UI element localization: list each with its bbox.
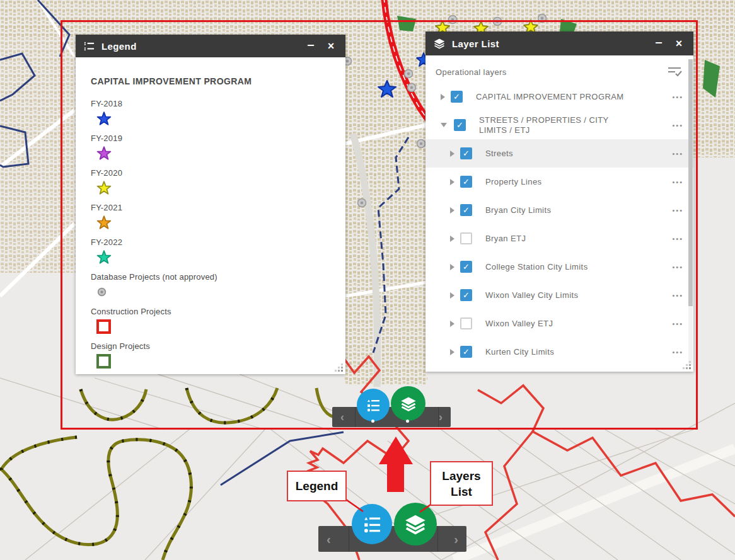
legend-widget-button[interactable] [352,504,392,544]
layer-visibility-checkbox[interactable] [460,317,472,329]
collapse-arrow-icon[interactable] [441,123,447,127]
layer-label: Wixon Valley City Limits [485,290,578,300]
legend-item: FY-2020 [91,168,333,197]
legend-item: Design Projects [91,341,333,370]
legend-item-symbol [91,248,333,266]
layer-row[interactable]: Wixon Valley ETJ••• [425,309,693,338]
layer-list-widget-button[interactable] [394,503,437,546]
dock-page-dot[interactable] [371,420,374,423]
layer-visibility-checkbox[interactable]: ✓ [460,147,472,159]
layer-menu-button[interactable]: ••• [672,235,683,243]
widget-dock-mid: ‹ › [332,389,451,428]
scrollbar-thumb[interactable] [688,59,693,306]
layer-visibility-checkbox[interactable]: ✓ [460,289,472,301]
expand-arrow-icon[interactable] [450,349,454,355]
layer-row[interactable]: ✓Bryan City Limits••• [425,196,693,224]
layer-visibility-checkbox[interactable]: ✓ [454,119,466,131]
dock-next-button[interactable]: › [446,533,466,546]
layer-row[interactable]: ✓Property Lines••• [425,168,693,196]
layer-menu-button[interactable]: ••• [672,178,683,186]
layer-list-minimize-button[interactable]: – [652,36,666,51]
legend-items: FY-2018 FY-2019 FY-2020 FY-2021 FY-2022 … [91,99,333,370]
layer-menu-button[interactable]: ••• [672,150,683,157]
dock-next-button[interactable]: › [431,411,451,423]
expand-arrow-icon[interactable] [450,264,454,270]
legend-item: Database Projects (not approved) [91,272,333,301]
layer-row[interactable]: ✓STREETS / PROPERTIES / CITY LIMITS / ET… [425,111,693,139]
legend-panel-header[interactable]: Legend – × [76,35,345,57]
layer-visibility-checkbox[interactable]: ✓ [460,346,472,358]
expand-arrow-icon[interactable] [441,94,445,100]
legend-item-label: Construction Projects [91,307,333,316]
layer-menu-button[interactable]: ••• [672,292,683,299]
legend-resize-handle[interactable] [335,363,343,372]
layer-row[interactable]: ✓Streets••• [425,139,693,168]
legend-minimize-button[interactable]: – [304,38,318,54]
layer-row[interactable]: ✓College Station City Limits••• [425,253,693,281]
dock-divider [437,526,438,552]
dock-prev-button[interactable]: ‹ [318,533,339,546]
layers-icon [433,37,446,50]
expand-arrow-icon[interactable] [450,179,454,185]
layer-menu-button[interactable]: ••• [672,263,683,271]
layer-label: CAPITAL IMPROVEMENT PROGRAM [476,92,623,102]
layer-label: Kurten City Limits [485,347,554,357]
legend-item-label: FY-2021 [91,203,333,212]
expand-arrow-icon[interactable] [450,321,454,327]
legend-item-label: FY-2022 [91,237,333,247]
layer-menu-button[interactable]: ••• [672,122,683,129]
layer-list-panel-header[interactable]: Layer List – × [425,31,693,55]
star-icon [96,111,112,127]
layer-visibility-checkbox[interactable]: ✓ [460,261,472,273]
legend-widget-button[interactable] [357,389,390,421]
layer-list-scrollbar[interactable] [688,59,693,365]
layers-icon [403,512,427,536]
layer-visibility-checkbox[interactable]: ✓ [460,204,472,216]
expand-arrow-icon[interactable] [450,207,454,214]
layer-menu-button[interactable]: ••• [672,348,683,356]
legend-item-symbol [91,144,333,163]
layer-list-close-button[interactable]: × [672,38,686,49]
legend-item: FY-2022 [91,237,333,266]
legend-item: Construction Projects [91,307,333,336]
legend-list-icon [83,40,95,52]
dock-prev-button[interactable]: ‹ [332,411,352,423]
legend-callout-text: Legend [296,478,339,494]
expand-arrow-icon[interactable] [450,292,454,299]
expand-arrow-icon[interactable] [450,151,454,157]
dock-page-dot[interactable] [406,420,409,423]
layer-row[interactable]: ✓Wixon Valley City Limits••• [425,281,693,309]
legend-list-icon [365,397,381,413]
layer-row[interactable]: ✓CAPITAL IMPROVEMENT PROGRAM••• [425,83,693,111]
dot-icon [96,287,107,297]
layer-row[interactable]: ✓Kurten City Limits••• [425,338,693,366]
layer-menu-button[interactable]: ••• [672,207,683,214]
layer-menu-button[interactable]: ••• [672,320,683,328]
legend-close-button[interactable]: × [324,40,338,52]
legend-item-symbol [91,317,333,336]
layer-list-panel: Layer List – × Operational layers ✓CAPIT… [425,31,693,372]
expand-arrow-icon[interactable] [450,236,454,242]
layer-visibility-checkbox[interactable]: ✓ [460,176,472,188]
layer-list-resize-handle[interactable] [683,361,691,369]
legend-item-label: FY-2020 [91,168,333,178]
layer-label: STREETS / PROPERTIES / CITY LIMITS / ETJ [479,115,630,135]
layer-visibility-checkbox[interactable]: ✓ [451,91,463,103]
widget-dock-bar: ‹ › [318,526,466,552]
legend-item-symbol [91,179,333,197]
layer-options-icon[interactable] [667,66,682,77]
square-icon [96,354,111,369]
legend-item-label: FY-2019 [91,134,333,143]
legend-item-symbol [91,352,333,370]
layer-label: College Station City Limits [485,262,588,272]
legend-item-symbol [91,214,333,232]
layer-menu-button[interactable]: ••• [672,93,683,101]
layer-label: Bryan City Limits [485,205,551,215]
layer-row[interactable]: Bryan ETJ••• [425,224,693,253]
widget-dock-bar: ‹ › [332,407,451,427]
layer-list-widget-button[interactable] [391,386,425,421]
layer-list-panel-title: Layer List [452,38,499,49]
legend-item-symbol [91,283,333,301]
layer-visibility-checkbox[interactable] [460,232,472,244]
legend-item-label: Database Projects (not approved) [91,272,333,282]
